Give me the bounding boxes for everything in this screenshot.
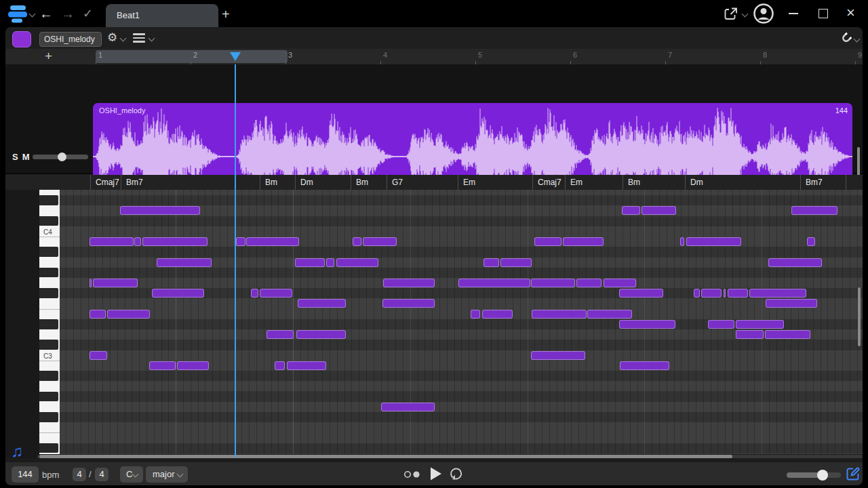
black-key[interactable] bbox=[39, 443, 58, 453]
midi-note[interactable] bbox=[353, 237, 361, 246]
midi-note[interactable] bbox=[287, 361, 326, 370]
midi-note[interactable] bbox=[484, 258, 499, 267]
forward-button[interactable]: → bbox=[61, 7, 75, 20]
midi-note[interactable] bbox=[177, 361, 209, 370]
chord-segment[interactable]: Em bbox=[458, 175, 532, 190]
midi-note[interactable] bbox=[251, 289, 258, 298]
chord-segment[interactable]: Bm bbox=[351, 175, 387, 190]
midi-note[interactable] bbox=[587, 310, 632, 319]
midi-note[interactable] bbox=[383, 279, 435, 287]
midi-note[interactable] bbox=[90, 351, 107, 360]
project-tab[interactable]: Beat1 bbox=[106, 4, 218, 27]
midi-note[interactable] bbox=[534, 237, 561, 246]
midi-note[interactable] bbox=[90, 310, 106, 319]
list-chevron-icon[interactable] bbox=[149, 35, 155, 42]
time-sig-denominator[interactable]: 4 bbox=[95, 468, 108, 481]
midi-note[interactable] bbox=[807, 237, 815, 246]
chord-segment[interactable]: Dm bbox=[685, 175, 800, 190]
midi-note[interactable] bbox=[531, 351, 585, 360]
edit-pencil-icon[interactable] bbox=[845, 466, 861, 482]
chord-segment[interactable]: Bm bbox=[623, 175, 685, 190]
midi-note[interactable] bbox=[532, 310, 587, 319]
midi-note[interactable] bbox=[295, 258, 325, 267]
share-chevron-icon[interactable] bbox=[742, 11, 749, 18]
track-list-icon[interactable] bbox=[133, 33, 145, 45]
key-select[interactable]: C bbox=[120, 466, 143, 483]
logo-menu-chevron-icon[interactable] bbox=[29, 11, 36, 18]
close-button[interactable]: × bbox=[846, 5, 855, 20]
midi-note[interactable] bbox=[363, 237, 397, 246]
midi-note[interactable] bbox=[766, 299, 817, 308]
add-track-button[interactable]: + bbox=[45, 49, 52, 62]
ruler-loop-region[interactable] bbox=[96, 50, 288, 63]
solo-mute-buttons[interactable]: SM bbox=[12, 152, 34, 162]
black-key[interactable] bbox=[39, 392, 58, 402]
midi-note[interactable] bbox=[458, 279, 530, 287]
time-sig-numerator[interactable]: 4 bbox=[73, 468, 86, 481]
save-check-icon[interactable]: ✓ bbox=[83, 7, 93, 20]
midi-note[interactable] bbox=[619, 289, 663, 298]
play-button[interactable] bbox=[427, 466, 443, 482]
black-key[interactable] bbox=[39, 216, 58, 226]
piano-keyboard[interactable]: C4C3 bbox=[39, 190, 60, 454]
black-key[interactable] bbox=[39, 288, 58, 298]
midi-note[interactable] bbox=[120, 206, 200, 215]
midi-note[interactable] bbox=[728, 289, 748, 298]
midi-note[interactable] bbox=[680, 237, 684, 246]
midi-note[interactable] bbox=[791, 206, 837, 215]
chord-segment[interactable]: Cmaj7 bbox=[90, 175, 121, 190]
track-name-field[interactable]: OSHI_melody bbox=[39, 32, 102, 47]
midi-note[interactable] bbox=[604, 279, 636, 287]
midi-note[interactable] bbox=[768, 258, 822, 267]
track-color-swatch[interactable] bbox=[12, 31, 31, 47]
loop-button[interactable] bbox=[449, 466, 464, 481]
midi-note[interactable] bbox=[236, 237, 245, 246]
midi-note[interactable] bbox=[107, 310, 150, 319]
midi-note[interactable] bbox=[152, 289, 204, 298]
melody-notes-icon[interactable]: ♫ bbox=[11, 443, 23, 460]
scale-select[interactable]: major bbox=[146, 466, 188, 483]
midi-note[interactable] bbox=[482, 310, 513, 319]
bpm-field[interactable]: 144 bbox=[12, 466, 39, 483]
master-volume-slider[interactable] bbox=[787, 472, 841, 478]
midi-note[interactable] bbox=[260, 289, 292, 298]
midi-note[interactable] bbox=[90, 237, 134, 246]
record-button[interactable] bbox=[403, 470, 422, 479]
midi-note[interactable] bbox=[708, 320, 734, 329]
mute-button[interactable]: M bbox=[22, 152, 34, 162]
midi-note[interactable] bbox=[619, 320, 675, 329]
midi-note[interactable] bbox=[382, 299, 435, 308]
maximize-button[interactable] bbox=[818, 9, 828, 18]
midi-note[interactable] bbox=[267, 330, 294, 339]
midi-note[interactable] bbox=[736, 320, 784, 329]
playhead-marker[interactable] bbox=[230, 52, 241, 61]
black-key[interactable] bbox=[39, 319, 58, 329]
chord-segment[interactable]: Bm7 bbox=[800, 175, 846, 190]
black-key[interactable] bbox=[39, 195, 58, 205]
chord-segment[interactable]: Bm7 bbox=[121, 175, 260, 190]
back-button[interactable]: ← bbox=[39, 7, 53, 20]
track-settings-gear-icon[interactable]: ⚙ bbox=[107, 32, 117, 43]
black-key[interactable] bbox=[39, 247, 58, 257]
midi-note[interactable] bbox=[701, 289, 722, 298]
black-key[interactable] bbox=[39, 268, 58, 278]
midi-note[interactable] bbox=[622, 206, 640, 215]
new-tab-button[interactable]: + bbox=[222, 7, 230, 21]
share-export-icon[interactable] bbox=[723, 6, 739, 22]
snap-chevron-icon[interactable] bbox=[854, 36, 861, 43]
midi-note[interactable] bbox=[724, 289, 726, 298]
midi-note[interactable] bbox=[298, 299, 346, 308]
midi-note[interactable] bbox=[381, 403, 435, 411]
timeline-ruler[interactable]: + 123456789 bbox=[5, 49, 863, 64]
chord-segment[interactable]: Em bbox=[565, 175, 623, 190]
chord-segment[interactable]: Bm bbox=[260, 175, 295, 190]
midi-note[interactable] bbox=[736, 330, 764, 339]
app-logo-icon[interactable] bbox=[8, 5, 27, 23]
midi-note[interactable] bbox=[93, 279, 138, 287]
midi-note[interactable] bbox=[694, 289, 700, 298]
midi-note[interactable] bbox=[246, 237, 299, 246]
midi-note[interactable] bbox=[500, 258, 532, 267]
midi-note[interactable] bbox=[336, 258, 378, 267]
chord-segment[interactable]: Cmaj7 bbox=[532, 175, 565, 190]
midi-note[interactable] bbox=[576, 279, 601, 287]
